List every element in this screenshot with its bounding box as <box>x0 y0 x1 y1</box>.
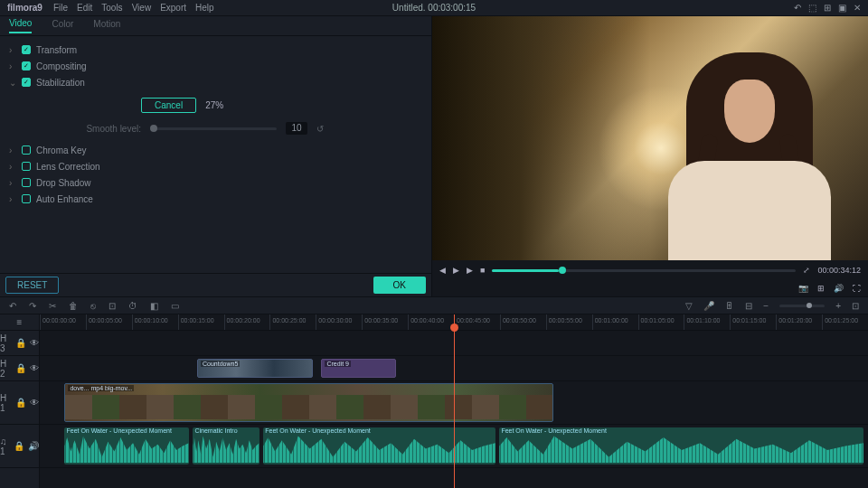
cancel-button[interactable]: Cancel <box>141 98 196 113</box>
crop-icon[interactable]: ⊡ <box>108 301 116 311</box>
lock-icon[interactable]: 🔒 <box>15 398 26 408</box>
mute-icon[interactable]: 🔊 <box>28 441 39 451</box>
reset-button[interactable]: RESET <box>5 277 59 294</box>
smooth-value[interactable]: 10 <box>286 122 307 135</box>
main-menu: File Edit Tools View Export Help <box>53 3 214 13</box>
prev-frame-icon[interactable]: ◀ <box>439 266 446 275</box>
prop-lens[interactable]: ›Lens Correction <box>9 158 422 174</box>
clip-label: Feet On Water - Unexpected Moment <box>501 427 606 434</box>
close-icon[interactable]: ✕ <box>854 3 861 13</box>
progress-thumb[interactable] <box>559 267 566 274</box>
checkbox-lens[interactable] <box>22 162 31 171</box>
tab-video[interactable]: Video <box>9 18 32 33</box>
mixer-icon[interactable]: 🎚 <box>725 301 734 311</box>
undo-icon[interactable]: ↶ <box>9 301 16 311</box>
minimize-icon[interactable]: ⊞ <box>824 3 831 13</box>
tab-color[interactable]: Color <box>52 19 73 33</box>
eye-icon[interactable]: 👁 <box>30 398 39 408</box>
checkbox-drop[interactable] <box>22 178 31 187</box>
lock-icon[interactable]: 🔒 <box>15 363 26 373</box>
prop-chroma[interactable]: ›Chroma Key <box>9 142 422 158</box>
timeline-tracks[interactable]: 00:00:00:0000:00:05:0000:00:10:0000:00:1… <box>40 314 868 488</box>
slider-thumb[interactable] <box>150 125 157 132</box>
tick: 00:00:00:00 <box>40 314 86 330</box>
snapshot-icon[interactable]: 📷 <box>798 284 808 293</box>
track-header-h1[interactable]: H 1🔒👁 <box>0 381 39 425</box>
prop-compositing[interactable]: ›Compositing <box>9 58 422 74</box>
zoom-thumb[interactable] <box>807 303 812 308</box>
track-header-h2[interactable]: H 2🔒👁 <box>0 356 39 381</box>
lock-icon[interactable]: 🔒 <box>15 338 26 348</box>
tab-motion[interactable]: Motion <box>93 19 120 33</box>
eye-icon[interactable]: 👁 <box>30 363 39 373</box>
eye-icon[interactable]: 👁 <box>30 338 39 348</box>
waveform <box>499 435 863 463</box>
tick: 00:01:20:00 <box>776 314 822 330</box>
progress-bar[interactable] <box>492 269 796 272</box>
reset-smooth-icon[interactable]: ↺ <box>316 124 324 134</box>
ok-button[interactable]: OK <box>373 277 426 294</box>
tick: 00:01:00:00 <box>592 314 638 330</box>
thumbnail-strip <box>65 395 552 419</box>
next-frame-icon[interactable]: ▶ <box>467 266 473 275</box>
checkbox-auto[interactable] <box>22 194 31 203</box>
waveform <box>64 435 188 463</box>
clip-credit[interactable]: Credit 9 <box>321 359 395 378</box>
menu-tools[interactable]: Tools <box>101 3 122 13</box>
maximize-icon[interactable]: ▣ <box>838 3 846 13</box>
prop-transform[interactable]: ›Transform <box>9 42 422 58</box>
checkbox-stabilization[interactable] <box>22 78 31 87</box>
track-header-a1[interactable]: ♫ 1🔒🔊 <box>0 425 39 468</box>
undo-icon[interactable]: ↶ <box>794 3 801 13</box>
menu-help[interactable]: Help <box>195 3 214 13</box>
cut-icon[interactable]: ✂ <box>49 301 56 311</box>
prop-drop[interactable]: ›Drop Shadow <box>9 174 422 191</box>
menu-export[interactable]: Export <box>160 3 186 13</box>
green-icon[interactable]: ▭ <box>171 301 179 311</box>
marker-icon[interactable]: ▽ <box>685 301 693 311</box>
speed-icon[interactable]: ⏱ <box>128 301 137 311</box>
prop-auto[interactable]: ›Auto Enhance <box>9 191 422 207</box>
video-preview[interactable] <box>432 16 868 260</box>
preview-extra-controls: 📷 ⊞ 🔊 ⛶ <box>432 280 868 296</box>
clip-audio-2[interactable]: Cinematic Intro <box>193 427 259 465</box>
zoom-in-icon[interactable]: + <box>835 301 841 311</box>
playhead[interactable] <box>454 314 455 488</box>
split-icon[interactable]: ⎋ <box>90 301 96 311</box>
color-icon[interactable]: ◧ <box>150 301 158 311</box>
mic-icon[interactable]: 🎤 <box>703 301 714 311</box>
tick: 00:00:20:00 <box>224 314 270 330</box>
clip-audio-3[interactable]: Feet On Water - Unexpected Moment <box>263 427 495 465</box>
checkbox-compositing[interactable] <box>22 61 31 70</box>
menu-edit[interactable]: Edit <box>77 3 92 13</box>
smooth-slider[interactable] <box>150 127 277 130</box>
timeline-options-icon[interactable]: ≡ <box>0 314 39 331</box>
lock-icon[interactable]: 🔒 <box>14 441 24 451</box>
zoom-out-icon[interactable]: − <box>763 301 769 311</box>
clip-audio-4[interactable]: Feet On Water - Unexpected Moment <box>499 427 863 465</box>
menu-file[interactable]: File <box>53 3 68 13</box>
checkbox-chroma[interactable] <box>22 145 31 155</box>
track-label: H 2 <box>0 359 12 379</box>
menu-view[interactable]: View <box>132 3 152 13</box>
clip-countdown[interactable]: Countdown5 <box>197 359 313 378</box>
volume-icon[interactable]: 🔊 <box>834 284 844 293</box>
redo-icon[interactable]: ↷ <box>29 301 36 311</box>
clip-audio-1[interactable]: Feet On Water - Unexpected Moment <box>64 427 188 465</box>
stop-icon[interactable]: ■ <box>480 266 485 275</box>
expand-icon[interactable]: ⤢ <box>803 266 810 275</box>
prop-stabilization[interactable]: ⌄Stabilization <box>9 74 422 90</box>
label-transform: Transform <box>36 45 77 55</box>
play-icon[interactable]: ▶ <box>453 266 459 275</box>
fullscreen-icon[interactable]: ⛶ <box>853 284 861 293</box>
delete-icon[interactable]: 🗑 <box>69 301 78 311</box>
render-icon[interactable]: ⊟ <box>745 301 752 311</box>
zoom-fit-icon[interactable]: ⊡ <box>852 301 859 311</box>
zoom-slider[interactable] <box>779 305 825 307</box>
layout-icon[interactable]: ⬚ <box>808 3 816 13</box>
clip-main-video[interactable]: dove... mp4 big-mov... <box>64 383 552 422</box>
track-header-h3[interactable]: H 3🔒👁 <box>0 331 39 356</box>
quality-icon[interactable]: ⊞ <box>817 284 825 293</box>
checkbox-transform[interactable] <box>22 45 31 54</box>
smooth-label: Smooth level: <box>69 124 141 134</box>
